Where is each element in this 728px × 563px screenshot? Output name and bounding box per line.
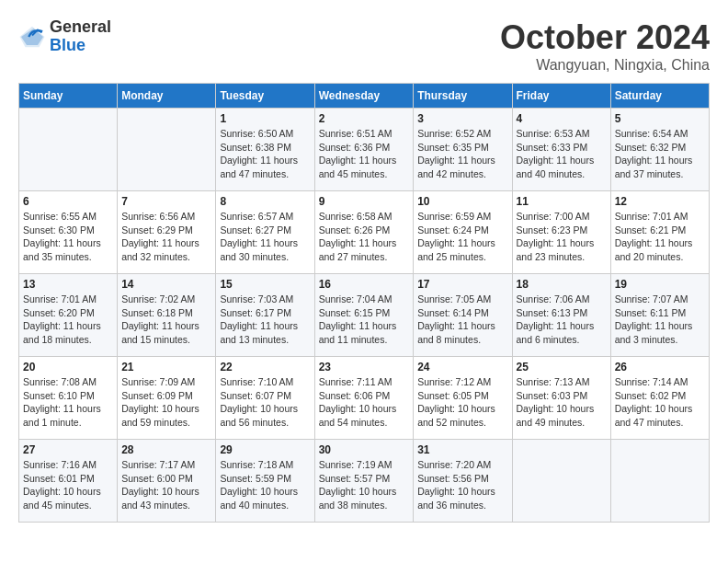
day-number: 14 [121, 278, 211, 291]
calendar-cell: 27Sunrise: 7:16 AM Sunset: 6:01 PM Dayli… [19, 440, 118, 523]
day-info: Sunrise: 7:19 AM Sunset: 5:57 PM Dayligh… [319, 458, 410, 512]
calendar-cell: 8Sunrise: 6:57 AM Sunset: 6:27 PM Daylig… [216, 191, 314, 274]
col-thursday: Thursday [414, 84, 512, 109]
calendar-cell [610, 440, 709, 523]
month-title: October 2024 [500, 18, 710, 57]
day-info: Sunrise: 7:07 AM Sunset: 6:11 PM Dayligh… [615, 293, 705, 347]
day-info: Sunrise: 6:52 AM Sunset: 6:35 PM Dayligh… [417, 127, 507, 181]
day-info: Sunrise: 6:55 AM Sunset: 6:30 PM Dayligh… [23, 210, 113, 264]
day-info: Sunrise: 7:10 AM Sunset: 6:07 PM Dayligh… [220, 375, 310, 430]
week-row-3: 13Sunrise: 7:01 AM Sunset: 6:20 PM Dayli… [19, 274, 710, 357]
logo-text: General Blue [50, 18, 111, 55]
day-number: 16 [319, 278, 410, 291]
day-info: Sunrise: 7:06 AM Sunset: 6:13 PM Dayligh… [517, 293, 607, 347]
page-header: General Blue October 2024 Wangyuan, Ning… [18, 18, 710, 74]
day-info: Sunrise: 6:50 AM Sunset: 6:38 PM Dayligh… [220, 127, 310, 181]
day-info: Sunrise: 6:58 AM Sunset: 6:26 PM Dayligh… [319, 210, 410, 264]
day-info: Sunrise: 7:04 AM Sunset: 6:15 PM Dayligh… [319, 293, 410, 347]
day-number: 11 [517, 195, 607, 208]
location-subtitle: Wangyuan, Ningxia, China [500, 57, 710, 74]
col-saturday: Saturday [610, 84, 709, 109]
calendar-cell: 30Sunrise: 7:19 AM Sunset: 5:57 PM Dayli… [314, 440, 414, 523]
day-info: Sunrise: 6:54 AM Sunset: 6:32 PM Dayligh… [615, 127, 705, 181]
calendar-table: Sunday Monday Tuesday Wednesday Thursday… [18, 83, 710, 523]
day-number: 28 [121, 443, 211, 456]
week-row-2: 6Sunrise: 6:55 AM Sunset: 6:30 PM Daylig… [19, 191, 710, 274]
day-info: Sunrise: 7:09 AM Sunset: 6:09 PM Dayligh… [121, 375, 211, 430]
calendar-cell: 15Sunrise: 7:03 AM Sunset: 6:17 PM Dayli… [216, 274, 314, 357]
week-row-4: 20Sunrise: 7:08 AM Sunset: 6:10 PM Dayli… [19, 357, 710, 440]
col-monday: Monday [118, 84, 216, 109]
day-info: Sunrise: 6:51 AM Sunset: 6:36 PM Dayligh… [319, 127, 410, 181]
day-number: 13 [23, 278, 113, 291]
logo-blue: Blue [50, 36, 85, 54]
day-info: Sunrise: 7:17 AM Sunset: 6:00 PM Dayligh… [121, 458, 211, 512]
day-number: 15 [220, 278, 310, 291]
calendar-cell: 5Sunrise: 6:54 AM Sunset: 6:32 PM Daylig… [610, 109, 709, 191]
day-number: 7 [121, 195, 211, 208]
calendar-cell: 29Sunrise: 7:18 AM Sunset: 5:59 PM Dayli… [216, 440, 314, 523]
calendar-cell: 4Sunrise: 6:53 AM Sunset: 6:33 PM Daylig… [512, 109, 610, 191]
day-number: 19 [615, 278, 705, 291]
calendar-body: 1Sunrise: 6:50 AM Sunset: 6:38 PM Daylig… [19, 109, 710, 523]
day-info: Sunrise: 7:18 AM Sunset: 5:59 PM Dayligh… [220, 458, 310, 512]
day-info: Sunrise: 7:00 AM Sunset: 6:23 PM Dayligh… [517, 210, 607, 264]
calendar-cell: 13Sunrise: 7:01 AM Sunset: 6:20 PM Dayli… [19, 274, 118, 357]
calendar-cell: 22Sunrise: 7:10 AM Sunset: 6:07 PM Dayli… [216, 357, 314, 440]
calendar-cell: 25Sunrise: 7:13 AM Sunset: 6:03 PM Dayli… [512, 357, 610, 440]
day-info: Sunrise: 7:02 AM Sunset: 6:18 PM Dayligh… [121, 293, 211, 347]
calendar-cell: 24Sunrise: 7:12 AM Sunset: 6:05 PM Dayli… [414, 357, 512, 440]
calendar-cell [19, 109, 118, 191]
calendar-cell: 11Sunrise: 7:00 AM Sunset: 6:23 PM Dayli… [512, 191, 610, 274]
calendar-cell: 2Sunrise: 6:51 AM Sunset: 6:36 PM Daylig… [314, 109, 414, 191]
day-info: Sunrise: 7:12 AM Sunset: 6:05 PM Dayligh… [417, 375, 507, 430]
day-info: Sunrise: 7:16 AM Sunset: 6:01 PM Dayligh… [23, 458, 113, 512]
calendar-cell: 16Sunrise: 7:04 AM Sunset: 6:15 PM Dayli… [314, 274, 414, 357]
day-number: 1 [220, 112, 310, 125]
calendar-cell: 17Sunrise: 7:05 AM Sunset: 6:14 PM Dayli… [414, 274, 512, 357]
day-info: Sunrise: 7:01 AM Sunset: 6:21 PM Dayligh… [615, 210, 705, 264]
day-number: 23 [319, 361, 410, 373]
day-number: 20 [23, 361, 113, 373]
day-info: Sunrise: 7:05 AM Sunset: 6:14 PM Dayligh… [417, 293, 507, 347]
day-number: 24 [417, 361, 507, 373]
calendar-cell: 6Sunrise: 6:55 AM Sunset: 6:30 PM Daylig… [19, 191, 118, 274]
day-number: 21 [121, 361, 211, 373]
col-wednesday: Wednesday [314, 84, 414, 109]
day-info: Sunrise: 6:53 AM Sunset: 6:33 PM Dayligh… [517, 127, 607, 181]
calendar-cell: 19Sunrise: 7:07 AM Sunset: 6:11 PM Dayli… [610, 274, 709, 357]
day-number: 29 [220, 443, 310, 456]
week-row-5: 27Sunrise: 7:16 AM Sunset: 6:01 PM Dayli… [19, 440, 710, 523]
calendar-cell: 12Sunrise: 7:01 AM Sunset: 6:21 PM Dayli… [610, 191, 709, 274]
day-number: 3 [417, 112, 507, 125]
day-info: Sunrise: 7:14 AM Sunset: 6:02 PM Dayligh… [615, 375, 705, 430]
day-info: Sunrise: 7:20 AM Sunset: 5:56 PM Dayligh… [417, 458, 507, 512]
day-info: Sunrise: 6:57 AM Sunset: 6:27 PM Dayligh… [220, 210, 310, 264]
day-info: Sunrise: 7:03 AM Sunset: 6:17 PM Dayligh… [220, 293, 310, 347]
calendar-cell: 9Sunrise: 6:58 AM Sunset: 6:26 PM Daylig… [314, 191, 414, 274]
day-number: 9 [319, 195, 410, 208]
day-number: 18 [517, 278, 607, 291]
day-number: 17 [417, 278, 507, 291]
calendar-cell: 7Sunrise: 6:56 AM Sunset: 6:29 PM Daylig… [118, 191, 216, 274]
week-row-1: 1Sunrise: 6:50 AM Sunset: 6:38 PM Daylig… [19, 109, 710, 191]
day-info: Sunrise: 6:59 AM Sunset: 6:24 PM Dayligh… [417, 210, 507, 264]
day-number: 6 [23, 195, 113, 208]
logo: General Blue [18, 18, 111, 55]
calendar-cell: 20Sunrise: 7:08 AM Sunset: 6:10 PM Dayli… [19, 357, 118, 440]
calendar-cell: 21Sunrise: 7:09 AM Sunset: 6:09 PM Dayli… [118, 357, 216, 440]
calendar-cell: 28Sunrise: 7:17 AM Sunset: 6:00 PM Dayli… [118, 440, 216, 523]
logo-general: General [50, 17, 111, 36]
col-sunday: Sunday [19, 84, 118, 109]
day-number: 27 [23, 443, 113, 456]
calendar-cell: 10Sunrise: 6:59 AM Sunset: 6:24 PM Dayli… [414, 191, 512, 274]
day-number: 30 [319, 443, 410, 456]
calendar-cell: 14Sunrise: 7:02 AM Sunset: 6:18 PM Dayli… [118, 274, 216, 357]
day-number: 10 [417, 195, 507, 208]
day-number: 22 [220, 361, 310, 373]
day-number: 31 [417, 443, 507, 456]
day-number: 5 [615, 112, 705, 125]
day-info: Sunrise: 7:11 AM Sunset: 6:06 PM Dayligh… [319, 375, 410, 430]
day-info: Sunrise: 7:08 AM Sunset: 6:10 PM Dayligh… [23, 375, 113, 430]
day-number: 26 [615, 361, 705, 373]
